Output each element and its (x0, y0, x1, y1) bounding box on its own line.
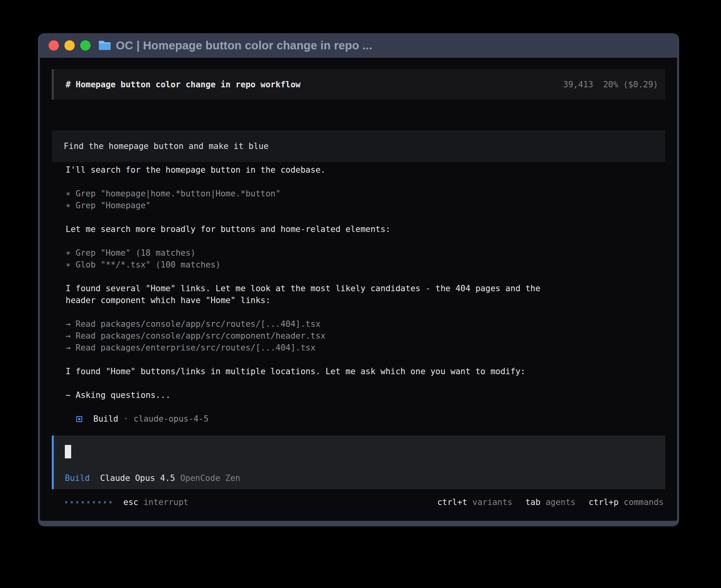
terminal-window: OC | Homepage button color change in rep… (38, 33, 679, 526)
input-model-line: Build Claude Opus 4.5 OpenCode Zen (65, 473, 653, 483)
assistant-paragraph: I found several "Home" links. Let me loo… (66, 283, 558, 306)
user-message-text: Find the homepage button and make it blu… (64, 141, 268, 151)
tool-call-glob: ∗ Glob "**/*.tsx" (100 matches) (66, 259, 558, 271)
input-agent-mode[interactable]: Build (65, 473, 90, 483)
shortcut-variants: ctrl+t variants (437, 498, 512, 507)
minimize-button[interactable] (64, 40, 75, 51)
assistant-response: I'll search for the homepage button in t… (52, 164, 558, 425)
tool-call-grep: ∗ Grep "Home" (18 matches) (66, 247, 558, 259)
agent-model: claude-opus-4-5 (134, 414, 209, 424)
shortcut-agents: tab agents (525, 498, 576, 507)
folder-icon (98, 40, 111, 51)
text-cursor (65, 445, 71, 458)
assistant-paragraph: I'll search for the homepage button in t… (66, 164, 558, 176)
status-right: ctrl+t variants tab agents ctrl+p comman… (424, 498, 664, 507)
tool-call-read: → Read packages/console/app/src/routes/[… (66, 318, 558, 330)
esc-key-label: interrupt (143, 498, 189, 507)
traffic-lights (49, 40, 91, 51)
titlebar[interactable]: OC | Homepage button color change in rep… (38, 33, 679, 58)
tool-call-grep: ∗ Grep "homepage|home.*button|Home.*butt… (66, 188, 558, 200)
input-model-provider: OpenCode Zen (180, 473, 240, 483)
close-button[interactable] (49, 40, 59, 51)
spinner-dots-icon (65, 501, 111, 503)
agent-status-line: Build · claude-opus-4-5 (66, 413, 558, 425)
terminal-content: # Homepage button color change in repo w… (40, 58, 677, 510)
shortcut-commands: ctrl+p commands (589, 498, 664, 507)
session-title: # Homepage button color change in repo w… (66, 80, 300, 89)
user-message: Find the homepage button and make it blu… (52, 130, 665, 162)
esc-key-hint: esc (123, 498, 138, 507)
assistant-paragraph: Let me search more broadly for buttons a… (66, 223, 558, 235)
window-title: OC | Homepage button color change in rep… (116, 39, 372, 52)
tool-call-read: → Read packages/enterprise/src/routes/[.… (66, 342, 558, 354)
input-model-name[interactable]: Claude Opus 4.5 (100, 473, 175, 483)
agent-name: Build (93, 414, 118, 424)
assistant-status: ~ Asking questions... (66, 389, 558, 401)
agent-separator: · (123, 414, 128, 424)
status-left: esc interrupt (65, 498, 189, 507)
session-stats: 39,413 20% ($0.29) (563, 80, 658, 89)
assistant-paragraph: I found "Home" buttons/links in multiple… (66, 366, 558, 377)
zoom-button[interactable] (80, 40, 91, 51)
agent-build-icon (76, 416, 82, 422)
prompt-input[interactable]: Build Claude Opus 4.5 OpenCode Zen (52, 435, 665, 489)
tool-call-grep: ∗ Grep "Homepage" (66, 200, 558, 211)
session-header: # Homepage button color change in repo w… (52, 69, 665, 100)
tool-call-read: → Read packages/console/app/src/componen… (66, 330, 558, 342)
status-bar: esc interrupt ctrl+t variants tab agents… (52, 495, 665, 510)
